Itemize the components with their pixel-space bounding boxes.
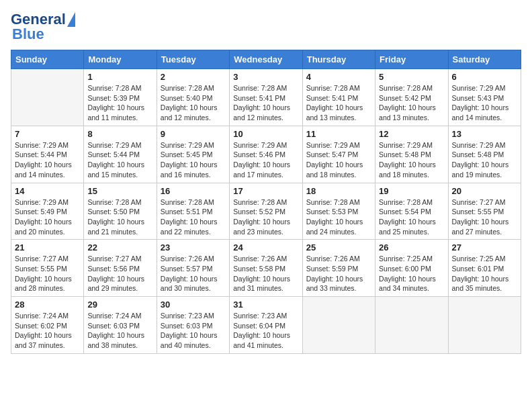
calendar-cell: 31Sunrise: 7:23 AMSunset: 6:04 PMDayligh… bbox=[230, 297, 302, 354]
day-number: 1 bbox=[87, 72, 152, 82]
day-info: Sunrise: 7:24 AMSunset: 6:03 PMDaylight:… bbox=[87, 311, 152, 351]
day-info: Sunrise: 7:23 AMSunset: 6:03 PMDaylight:… bbox=[161, 311, 226, 351]
calendar-week-3: 14Sunrise: 7:29 AMSunset: 5:49 PMDayligh… bbox=[11, 183, 521, 240]
day-number: 5 bbox=[379, 72, 444, 82]
day-info: Sunrise: 7:29 AMSunset: 5:49 PMDaylight:… bbox=[15, 197, 80, 237]
calendar-cell: 7Sunrise: 7:29 AMSunset: 5:44 PMDaylight… bbox=[11, 126, 84, 183]
day-number: 27 bbox=[452, 242, 517, 253]
day-number: 23 bbox=[161, 242, 226, 253]
day-number: 10 bbox=[233, 129, 298, 139]
day-number: 2 bbox=[161, 72, 226, 82]
day-number: 18 bbox=[306, 186, 371, 196]
day-info: Sunrise: 7:28 AMSunset: 5:50 PMDaylight:… bbox=[87, 197, 152, 237]
calendar-cell: 28Sunrise: 7:24 AMSunset: 6:02 PMDayligh… bbox=[11, 297, 84, 354]
day-info: Sunrise: 7:28 AMSunset: 5:39 PMDaylight:… bbox=[87, 83, 152, 123]
calendar-cell: 3Sunrise: 7:28 AMSunset: 5:41 PMDaylight… bbox=[230, 69, 302, 126]
calendar-cell bbox=[11, 69, 84, 126]
day-number: 20 bbox=[452, 186, 517, 196]
day-number: 31 bbox=[233, 300, 298, 310]
calendar-week-4: 21Sunrise: 7:27 AMSunset: 5:55 PMDayligh… bbox=[11, 240, 521, 297]
calendar-cell: 14Sunrise: 7:29 AMSunset: 5:49 PMDayligh… bbox=[11, 183, 84, 240]
page-header: General Blue bbox=[11, 11, 521, 43]
day-number: 7 bbox=[15, 129, 80, 139]
header-sunday: Sunday bbox=[11, 50, 84, 69]
day-number: 25 bbox=[306, 242, 371, 253]
header-saturday: Saturday bbox=[448, 50, 521, 69]
calendar-cell: 13Sunrise: 7:29 AMSunset: 5:48 PMDayligh… bbox=[448, 126, 521, 183]
day-number: 24 bbox=[233, 242, 298, 253]
header-monday: Monday bbox=[84, 50, 157, 69]
day-number: 30 bbox=[161, 300, 226, 310]
calendar-cell: 19Sunrise: 7:28 AMSunset: 5:54 PMDayligh… bbox=[375, 183, 448, 240]
calendar-cell: 1Sunrise: 7:28 AMSunset: 5:39 PMDaylight… bbox=[84, 69, 157, 126]
day-number: 3 bbox=[233, 72, 298, 82]
day-info: Sunrise: 7:26 AMSunset: 5:59 PMDaylight:… bbox=[306, 254, 371, 293]
day-info: Sunrise: 7:27 AMSunset: 5:55 PMDaylight:… bbox=[452, 197, 517, 237]
day-info: Sunrise: 7:28 AMSunset: 5:41 PMDaylight:… bbox=[233, 83, 298, 123]
day-info: Sunrise: 7:28 AMSunset: 5:54 PMDaylight:… bbox=[379, 197, 444, 237]
day-number: 26 bbox=[379, 242, 444, 253]
calendar-cell: 12Sunrise: 7:29 AMSunset: 5:48 PMDayligh… bbox=[375, 126, 448, 183]
header-tuesday: Tuesday bbox=[157, 50, 229, 69]
calendar-cell: 21Sunrise: 7:27 AMSunset: 5:55 PMDayligh… bbox=[11, 240, 84, 297]
day-number: 14 bbox=[15, 186, 80, 196]
calendar-cell: 15Sunrise: 7:28 AMSunset: 5:50 PMDayligh… bbox=[84, 183, 157, 240]
calendar-cell: 20Sunrise: 7:27 AMSunset: 5:55 PMDayligh… bbox=[448, 183, 521, 240]
logo-blue: Blue bbox=[12, 26, 44, 43]
day-number: 16 bbox=[161, 186, 226, 196]
calendar-cell: 29Sunrise: 7:24 AMSunset: 6:03 PMDayligh… bbox=[84, 297, 157, 354]
day-number: 15 bbox=[87, 186, 152, 196]
header-friday: Friday bbox=[375, 50, 448, 69]
day-info: Sunrise: 7:29 AMSunset: 5:44 PMDaylight:… bbox=[87, 140, 152, 180]
day-info: Sunrise: 7:26 AMSunset: 5:57 PMDaylight:… bbox=[161, 254, 226, 293]
day-info: Sunrise: 7:25 AMSunset: 6:01 PMDaylight:… bbox=[452, 254, 517, 293]
calendar-cell: 30Sunrise: 7:23 AMSunset: 6:03 PMDayligh… bbox=[157, 297, 229, 354]
day-info: Sunrise: 7:28 AMSunset: 5:41 PMDaylight:… bbox=[306, 83, 371, 123]
day-info: Sunrise: 7:27 AMSunset: 5:56 PMDaylight:… bbox=[87, 254, 152, 293]
day-number: 19 bbox=[379, 186, 444, 196]
day-info: Sunrise: 7:29 AMSunset: 5:44 PMDaylight:… bbox=[15, 140, 80, 180]
calendar-cell: 11Sunrise: 7:29 AMSunset: 5:47 PMDayligh… bbox=[302, 126, 375, 183]
calendar-cell: 24Sunrise: 7:26 AMSunset: 5:58 PMDayligh… bbox=[230, 240, 302, 297]
calendar-week-1: 1Sunrise: 7:28 AMSunset: 5:39 PMDaylight… bbox=[11, 69, 521, 126]
calendar-cell bbox=[375, 297, 448, 354]
day-number: 22 bbox=[87, 242, 152, 253]
calendar-cell: 8Sunrise: 7:29 AMSunset: 5:44 PMDaylight… bbox=[84, 126, 157, 183]
calendar-cell: 9Sunrise: 7:29 AMSunset: 5:45 PMDaylight… bbox=[157, 126, 229, 183]
calendar-header-row: SundayMondayTuesdayWednesdayThursdayFrid… bbox=[11, 50, 521, 69]
day-number: 29 bbox=[87, 300, 152, 310]
calendar-cell: 27Sunrise: 7:25 AMSunset: 6:01 PMDayligh… bbox=[448, 240, 521, 297]
calendar-week-5: 28Sunrise: 7:24 AMSunset: 6:02 PMDayligh… bbox=[11, 297, 521, 354]
day-number: 28 bbox=[15, 300, 80, 310]
calendar-week-2: 7Sunrise: 7:29 AMSunset: 5:44 PMDaylight… bbox=[11, 126, 521, 183]
day-info: Sunrise: 7:25 AMSunset: 6:00 PMDaylight:… bbox=[379, 254, 444, 293]
day-info: Sunrise: 7:29 AMSunset: 5:46 PMDaylight:… bbox=[233, 140, 298, 180]
day-number: 6 bbox=[452, 72, 517, 82]
calendar-cell: 16Sunrise: 7:28 AMSunset: 5:51 PMDayligh… bbox=[157, 183, 229, 240]
calendar-cell: 17Sunrise: 7:28 AMSunset: 5:52 PMDayligh… bbox=[230, 183, 302, 240]
day-info: Sunrise: 7:29 AMSunset: 5:48 PMDaylight:… bbox=[452, 140, 517, 180]
day-info: Sunrise: 7:29 AMSunset: 5:45 PMDaylight:… bbox=[161, 140, 226, 180]
day-info: Sunrise: 7:24 AMSunset: 6:02 PMDaylight:… bbox=[15, 311, 80, 351]
logo: General Blue bbox=[11, 11, 75, 43]
day-number: 11 bbox=[306, 129, 371, 139]
day-info: Sunrise: 7:29 AMSunset: 5:48 PMDaylight:… bbox=[379, 140, 444, 180]
calendar-cell bbox=[448, 297, 521, 354]
day-info: Sunrise: 7:29 AMSunset: 5:47 PMDaylight:… bbox=[306, 140, 371, 180]
calendar-cell: 2Sunrise: 7:28 AMSunset: 5:40 PMDaylight… bbox=[157, 69, 229, 126]
calendar-cell: 10Sunrise: 7:29 AMSunset: 5:46 PMDayligh… bbox=[230, 126, 302, 183]
calendar-cell: 18Sunrise: 7:28 AMSunset: 5:53 PMDayligh… bbox=[302, 183, 375, 240]
calendar-cell: 4Sunrise: 7:28 AMSunset: 5:41 PMDaylight… bbox=[302, 69, 375, 126]
calendar-cell: 5Sunrise: 7:28 AMSunset: 5:42 PMDaylight… bbox=[375, 69, 448, 126]
day-info: Sunrise: 7:28 AMSunset: 5:53 PMDaylight:… bbox=[306, 197, 371, 237]
day-number: 17 bbox=[233, 186, 298, 196]
calendar-cell bbox=[302, 297, 375, 354]
day-info: Sunrise: 7:28 AMSunset: 5:52 PMDaylight:… bbox=[233, 197, 298, 237]
day-number: 8 bbox=[87, 129, 152, 139]
header-wednesday: Wednesday bbox=[230, 50, 302, 69]
calendar-cell: 22Sunrise: 7:27 AMSunset: 5:56 PMDayligh… bbox=[84, 240, 157, 297]
day-info: Sunrise: 7:23 AMSunset: 6:04 PMDaylight:… bbox=[233, 311, 298, 351]
calendar-cell: 26Sunrise: 7:25 AMSunset: 6:00 PMDayligh… bbox=[375, 240, 448, 297]
calendar-cell: 25Sunrise: 7:26 AMSunset: 5:59 PMDayligh… bbox=[302, 240, 375, 297]
header-thursday: Thursday bbox=[302, 50, 375, 69]
